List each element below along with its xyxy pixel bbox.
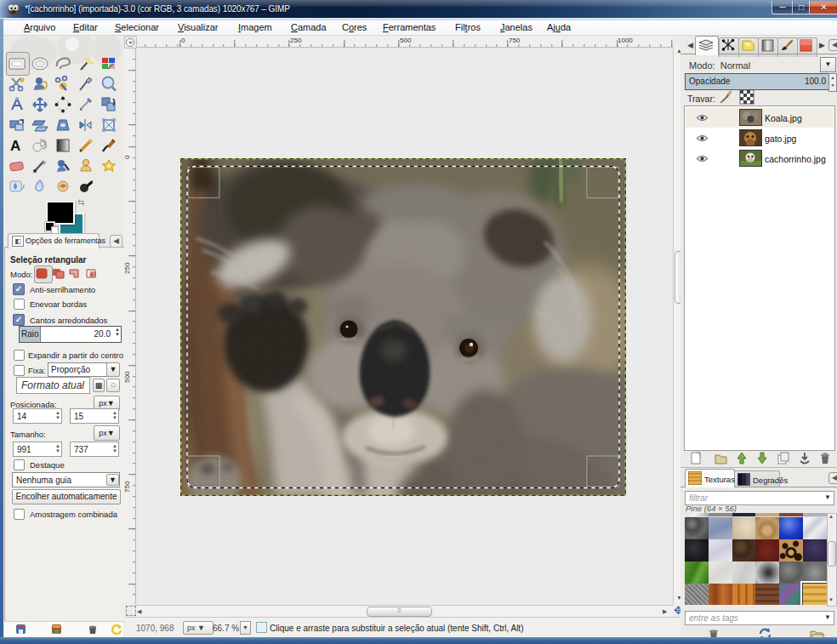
svg-text:A: A (10, 138, 20, 154)
